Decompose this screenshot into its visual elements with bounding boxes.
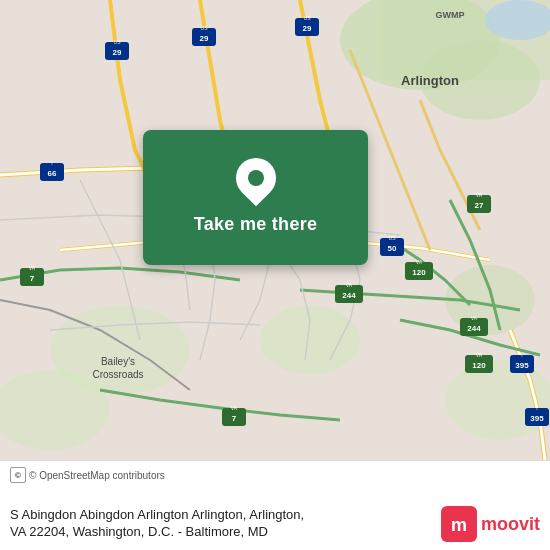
svg-text:Arlington: Arlington <box>401 73 459 88</box>
address-text: S Abingdon Abingdon Arlington Arlington,… <box>10 507 431 541</box>
svg-text:US: US <box>304 15 312 21</box>
action-card: Take me there <box>143 130 368 265</box>
svg-text:Crossroads: Crossroads <box>92 369 143 380</box>
svg-text:US: US <box>201 25 209 31</box>
svg-text:VA: VA <box>471 315 478 321</box>
svg-text:VA: VA <box>29 265 36 271</box>
svg-text:120: 120 <box>472 361 486 370</box>
svg-text:US: US <box>389 235 397 241</box>
svg-text:50: 50 <box>388 244 397 253</box>
svg-text:VA: VA <box>476 352 483 358</box>
svg-text:244: 244 <box>342 291 356 300</box>
svg-text:VA: VA <box>416 259 423 265</box>
address-line2: VA 22204, Washington, D.C. - Baltimore, … <box>10 524 431 541</box>
address-line1: S Abingdon Abingdon Arlington Arlington,… <box>10 507 431 524</box>
svg-text:244: 244 <box>467 324 481 333</box>
svg-text:GWMP: GWMP <box>436 10 465 20</box>
svg-text:7: 7 <box>30 274 35 283</box>
osm-logo: © <box>10 467 26 483</box>
svg-text:I: I <box>51 160 52 166</box>
moovit-logo: m moovit <box>441 506 540 542</box>
svg-point-4 <box>260 305 360 375</box>
svg-text:VA: VA <box>231 405 238 411</box>
svg-text:395: 395 <box>530 414 544 423</box>
svg-text:Bailey's: Bailey's <box>101 356 135 367</box>
take-me-there-button[interactable]: Take me there <box>186 210 326 239</box>
moovit-icon: m <box>441 506 477 542</box>
svg-text:29: 29 <box>303 24 312 33</box>
svg-text:29: 29 <box>200 34 209 43</box>
location-pin-icon <box>234 156 278 200</box>
osm-attribution-text: © OpenStreetMap contributors <box>29 470 165 481</box>
svg-text:29: 29 <box>113 48 122 57</box>
svg-text:395: 395 <box>515 361 529 370</box>
address-row: S Abingdon Abingdon Arlington Arlington,… <box>10 504 540 542</box>
svg-text:VA: VA <box>476 192 483 198</box>
moovit-text-label: moovit <box>481 514 540 535</box>
map-container: 29 US 29 US 29 US 66 I 66 I 50 US 50 US … <box>0 0 550 460</box>
svg-text:US: US <box>114 39 122 45</box>
svg-text:27: 27 <box>475 201 484 210</box>
svg-text:VA: VA <box>346 282 353 288</box>
svg-text:120: 120 <box>412 268 426 277</box>
svg-text:7: 7 <box>232 414 237 423</box>
footer: © © OpenStreetMap contributors S Abingdo… <box>0 460 550 550</box>
svg-text:I: I <box>536 405 537 411</box>
osm-attribution: © © OpenStreetMap contributors <box>10 467 540 483</box>
svg-text:I: I <box>521 352 522 358</box>
svg-text:66: 66 <box>48 169 57 178</box>
svg-text:m: m <box>451 515 467 535</box>
